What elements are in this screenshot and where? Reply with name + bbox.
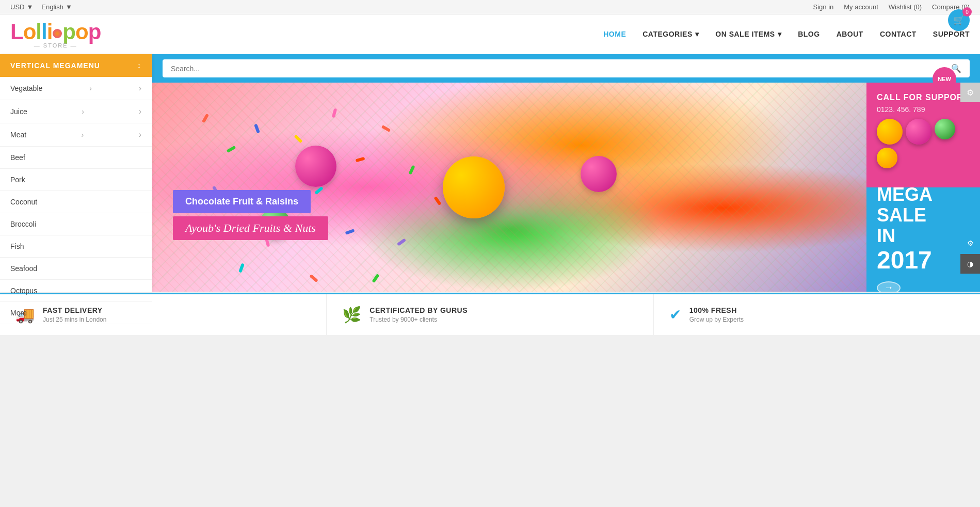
nav-onsale[interactable]: ON SALE ITEMS ▾	[715, 30, 781, 38]
main-content: 🔍	[152, 54, 980, 292]
feature-certificated-text: CERTIFICATED BY GURUS Trusted by 9000+ c…	[369, 306, 468, 323]
header: Lollipop — STORE — HOME CATEGORIES ▾ ON …	[0, 14, 980, 54]
sprinkles-svg	[152, 83, 866, 292]
cart-button[interactable]: 🛒 0	[948, 9, 970, 31]
sidebar-toggle-icon[interactable]: ↕	[137, 61, 141, 70]
logo[interactable]: Lollipop — STORE —	[10, 20, 101, 49]
nav-blog[interactable]: BLOG	[798, 30, 820, 38]
sidebar-item-pork[interactable]: Pork	[0, 169, 152, 191]
sprinkles-layer	[152, 83, 866, 292]
logo-letter-l: L	[10, 20, 23, 44]
svg-rect-16	[309, 274, 318, 282]
support-phone: 0123. 456. 789	[877, 105, 970, 114]
myaccount-link[interactable]: My account	[844, 3, 878, 11]
candy-img-2	[906, 119, 931, 145]
side-widget-filter[interactable]: ⚙	[960, 233, 980, 253]
logo-letter-o2: o	[75, 20, 88, 44]
settings-icon: ◑	[967, 260, 973, 268]
slider-text-overlay: Chocolate Fruit & Raisins Ayoub's Dried …	[173, 190, 328, 240]
side-widget-settings[interactable]: ◑	[960, 254, 980, 274]
sidebar-title: VERTICAL MEGAMENU	[10, 61, 100, 70]
sidebar-item-juice[interactable]: Juice ›	[0, 100, 152, 123]
nav-home[interactable]: HOME	[603, 30, 626, 38]
svg-rect-0	[202, 114, 209, 123]
svg-rect-4	[294, 135, 303, 144]
sidebar-item-more[interactable]: More	[0, 302, 152, 324]
logo-letter-p2: p	[88, 20, 101, 44]
cart-icon: 🛒	[953, 14, 965, 26]
sale-title: MEGA SALE IN	[877, 184, 970, 246]
feature-fresh-title: 100% FRESH	[689, 306, 744, 314]
feature-certificated-title: CERTIFICATED BY GURUS	[369, 306, 468, 314]
logo-candy-icon	[53, 29, 62, 38]
sidebar-item-seafood[interactable]: Seafood	[0, 258, 152, 280]
sale-year: 2017	[877, 246, 970, 274]
signin-link[interactable]: Sign in	[813, 3, 834, 11]
chevron-down-icon-2: ▾	[778, 30, 782, 38]
language-arrow: ▼	[66, 3, 72, 11]
sidebar-menu-list: Vegatable › Juice › Meat › Beef Pork Coc…	[0, 77, 152, 324]
side-widgets: ⚙ ◑	[960, 233, 980, 274]
nav-about[interactable]: ABOUT	[837, 30, 863, 38]
feature-fresh: ✔ 100% FRESH Grow up by Experts	[654, 294, 980, 335]
nav-support[interactable]: SUPPORT	[933, 30, 970, 38]
hero-section: VERTICAL MEGAMENU ↕ Vegatable › Juice › …	[0, 54, 980, 292]
search-input-wrapper: 🔍	[163, 59, 970, 77]
feature-fresh-desc: Grow up by Experts	[689, 316, 744, 323]
chevron-down-icon: ▾	[695, 30, 699, 38]
main-nav: HOME CATEGORIES ▾ ON SALE ITEMS ▾ BLOG A…	[603, 30, 970, 38]
feature-certificated: 🌿 CERTIFICATED BY GURUS Trusted by 9000+…	[327, 294, 653, 335]
currency-dropdown[interactable]: USD ▼	[10, 3, 33, 11]
sidebar-menu: VERTICAL MEGAMENU ↕ Vegatable › Juice › …	[0, 54, 152, 292]
leaf-icon: 🌿	[342, 306, 361, 324]
logo-letter-o1: o	[23, 20, 36, 44]
sidebar-item-vegatable[interactable]: Vegatable ›	[0, 77, 152, 100]
nav-categories[interactable]: CATEGORIES ▾	[642, 30, 699, 38]
top-bar: USD ▼ English ▼ Sign in My account Wishl…	[0, 0, 980, 14]
sale-arrow-button[interactable]: →	[877, 281, 901, 292]
logo-letter-i: i	[47, 20, 53, 44]
logo-letter-l2: l	[36, 20, 41, 44]
slide-title: Chocolate Fruit & Raisins	[173, 190, 311, 213]
sidebar-item-octopus[interactable]: Octopus	[0, 280, 152, 302]
sidebar-item-broccoli[interactable]: Broccoli	[0, 213, 152, 235]
sidebar-item-fish[interactable]: Fish	[0, 235, 152, 258]
gear-button[interactable]: ⚙	[960, 83, 980, 102]
currency-label: USD	[10, 3, 24, 11]
svg-rect-5	[356, 157, 365, 162]
slide-subtitle: Ayoub's Dried Fruits & Nuts	[173, 216, 328, 240]
wishlist-link[interactable]: Wishlist (0)	[889, 3, 922, 11]
candy-images-top	[877, 119, 970, 168]
sidebar-item-beef[interactable]: Beef	[0, 147, 152, 169]
svg-rect-9	[408, 165, 415, 175]
check-icon: ✔	[669, 306, 681, 323]
search-bar: 🔍	[152, 54, 980, 83]
svg-rect-1	[254, 124, 260, 134]
currency-arrow: ▼	[26, 3, 33, 11]
candy-img-1	[877, 119, 903, 145]
top-bar-right: Sign in My account Wishlist (0) Compare …	[813, 3, 970, 11]
filter-icon: ⚙	[967, 239, 974, 247]
slider-main: Chocolate Fruit & Raisins Ayoub's Dried …	[152, 83, 866, 292]
cart-count: 0	[962, 7, 972, 17]
language-label: English	[41, 3, 63, 11]
sidebar-item-coconut[interactable]: Coconut	[0, 191, 152, 213]
search-input[interactable]	[171, 65, 947, 73]
candy-img-4	[877, 148, 897, 168]
language-dropdown[interactable]: English ▼	[41, 3, 72, 11]
svg-rect-12	[345, 229, 355, 235]
top-bar-left: USD ▼ English ▼	[10, 3, 72, 11]
sidebar-header: VERTICAL MEGAMENU ↕	[0, 54, 152, 77]
feature-fresh-text: 100% FRESH Grow up by Experts	[689, 306, 744, 323]
chevron-right-icon-juice: ›	[82, 107, 84, 116]
feature-certificated-desc: Trusted by 9000+ clients	[369, 316, 468, 323]
support-title: CALL FOR SUPPORT	[877, 93, 970, 102]
logo-letter-l3: l	[41, 20, 47, 44]
svg-rect-8	[381, 125, 391, 132]
sidebar-item-meat[interactable]: Meat ›	[0, 123, 152, 147]
nav-contact[interactable]: CONTACT	[880, 30, 917, 38]
new-badge[interactable]: NEW	[933, 67, 956, 91]
svg-rect-3	[332, 108, 337, 118]
gear-icon: ⚙	[967, 88, 974, 98]
logo-letter-p: p	[62, 20, 75, 44]
